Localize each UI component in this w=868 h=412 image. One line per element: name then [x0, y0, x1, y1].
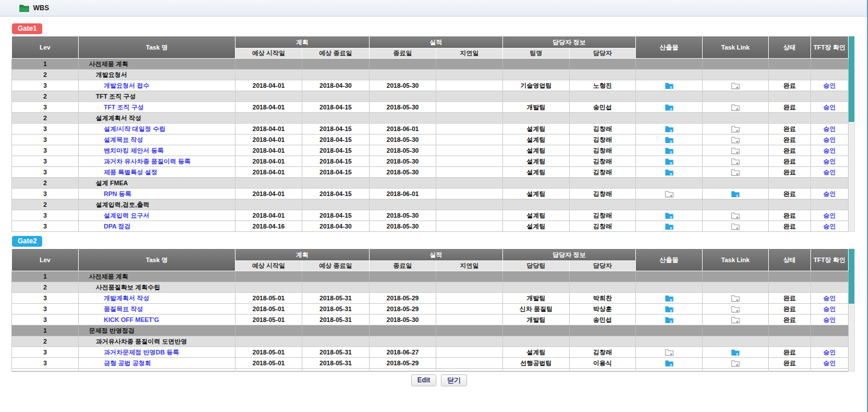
folder-gray-icon[interactable]	[731, 212, 740, 219]
gate1-scrollbar-thumb[interactable]	[849, 36, 854, 122]
approve-link[interactable]: 승인	[824, 212, 836, 219]
folder-gray-icon[interactable]	[731, 125, 740, 133]
folder-blue-icon[interactable]	[665, 125, 674, 133]
approve-link[interactable]: 승인	[824, 104, 836, 111]
approve-link[interactable]: 승인	[824, 147, 836, 154]
status-cell: 완료	[769, 189, 811, 199]
approve-link[interactable]: 승인	[824, 158, 836, 165]
plan-start-cell: 2018-04-01	[236, 167, 302, 178]
lev-cell: 3	[12, 124, 79, 134]
folder-blue-icon[interactable]	[665, 104, 674, 111]
approve-link[interactable]: 승인	[824, 360, 836, 366]
approve-link[interactable]: 승인	[824, 136, 836, 143]
plan-end-cell: 2018-04-15	[302, 210, 370, 221]
task-name-link[interactable]: 벤치마킹 제안서 등록	[104, 147, 164, 154]
close-button[interactable]: 닫기	[441, 374, 467, 386]
gate1-scrollbar[interactable]	[849, 36, 855, 232]
task-name-link[interactable]: DPA 점검	[104, 223, 131, 230]
task-name-link[interactable]: 설계목표 작성	[104, 136, 143, 143]
owner-cell	[570, 325, 636, 336]
delay-cell	[436, 271, 503, 282]
folder-blue-icon[interactable]	[665, 223, 674, 230]
folder-gray-icon[interactable]	[731, 295, 740, 302]
folder-blue-icon[interactable]	[665, 305, 674, 313]
tft-cell	[811, 199, 849, 210]
folder-gray-icon[interactable]	[665, 190, 674, 198]
table-row: 3설계입력 요구서2018-04-012018-04-152018-05-30설…	[12, 210, 849, 221]
approve-link[interactable]: 승인	[824, 316, 836, 323]
table-row: 2설계계획서 작성	[12, 113, 849, 124]
folder-blue-icon[interactable]	[731, 190, 740, 198]
approve-link[interactable]: 승인	[824, 349, 836, 356]
task-link-cell	[703, 325, 769, 336]
task-name-link[interactable]: 과거차문제점 반영DB 등록	[104, 349, 179, 356]
task-name-link[interactable]: TFT 조직 구성	[104, 104, 144, 111]
folder-gray-icon[interactable]	[731, 104, 740, 111]
lev-cell: 3	[12, 293, 79, 304]
folder-gray-icon[interactable]	[731, 360, 740, 367]
col-subheader-plan-start: 예상 시작일	[236, 261, 302, 271]
task-name-link[interactable]: 설계입력 요구서	[104, 212, 149, 219]
task-name-link[interactable]: 금형 공법 공청회	[104, 360, 151, 366]
plan-start-cell	[236, 336, 302, 347]
task-name-link[interactable]: 개발요청서 접수	[104, 82, 149, 89]
task-group-label: 사전품질확보 계획수립	[96, 284, 160, 291]
approve-link[interactable]: 승인	[824, 82, 836, 89]
task-name-link[interactable]: 설계/시작 대일정 수립	[104, 125, 165, 132]
task-name-link[interactable]: KICK OFF MEET'G	[104, 316, 159, 323]
approve-link[interactable]: 승인	[824, 190, 836, 197]
actual-end-cell: 2018-05-30	[370, 134, 436, 145]
deliverable-cell	[636, 145, 703, 156]
folder-gray-icon[interactable]	[665, 349, 674, 356]
table-row: 1사전제품 계획	[12, 271, 849, 282]
folder-blue-icon[interactable]	[665, 147, 674, 154]
status-cell: 완료	[769, 293, 811, 304]
folder-gray-icon[interactable]	[731, 169, 740, 176]
plan-end-cell	[302, 70, 370, 80]
folder-gray-icon[interactable]	[731, 305, 740, 313]
approve-link[interactable]: 승인	[824, 305, 836, 312]
lev-cell: 3	[12, 80, 79, 91]
folder-blue-icon[interactable]	[731, 349, 740, 356]
task-name-link[interactable]: 제품 특별특성 설정	[104, 169, 157, 176]
approve-link[interactable]: 승인	[824, 295, 836, 301]
approve-link[interactable]: 승인	[824, 125, 836, 132]
folder-blue-icon[interactable]	[665, 82, 674, 89]
col-header-tft-confirm: TFT장 확인	[811, 36, 849, 59]
approve-link[interactable]: 승인	[824, 223, 836, 230]
status-cell	[769, 178, 811, 189]
gate2-scrollbar-thumb[interactable]	[849, 249, 854, 304]
folder-blue-icon[interactable]	[665, 212, 674, 219]
folder-gray-icon[interactable]	[731, 136, 740, 144]
tft-cell	[811, 282, 849, 293]
task-link-cell	[703, 221, 769, 232]
folder-blue-icon[interactable]	[665, 136, 674, 144]
folder-blue-icon[interactable]	[665, 360, 674, 367]
team-cell: 개발팀	[503, 315, 570, 325]
owner-cell: 송민섭	[570, 102, 636, 113]
delay-cell	[436, 102, 503, 113]
deliverable-cell	[636, 282, 703, 293]
task-name-link[interactable]: 개발계획서 작성	[104, 295, 149, 301]
task-cell: 제품 특별특성 설정	[79, 167, 236, 178]
owner-cell	[570, 282, 636, 293]
delay-cell	[436, 124, 503, 134]
folder-gray-icon[interactable]	[731, 223, 740, 230]
folder-gray-icon[interactable]	[731, 316, 740, 324]
folder-blue-icon[interactable]	[665, 295, 674, 302]
gate2-scrollbar[interactable]	[849, 248, 855, 372]
owner-cell: 김창래	[570, 156, 636, 167]
folder-gray-icon[interactable]	[731, 82, 740, 89]
folder-gray-icon[interactable]	[731, 147, 740, 154]
approve-link[interactable]: 승인	[824, 169, 836, 176]
folder-blue-icon[interactable]	[665, 158, 674, 165]
edit-button[interactable]: Edit	[411, 374, 437, 386]
folder-gray-icon[interactable]	[731, 158, 740, 165]
task-name-link[interactable]: 과거차 유사차종 품질이력 등록	[104, 158, 190, 165]
tft-cell: 승인	[811, 189, 849, 199]
folder-blue-icon[interactable]	[665, 316, 674, 324]
folder-blue-icon[interactable]	[665, 169, 674, 176]
status-cell	[769, 199, 811, 210]
task-name-link[interactable]: RPN 등록	[104, 190, 131, 197]
task-name-link[interactable]: 품질목표 작성	[104, 305, 143, 312]
